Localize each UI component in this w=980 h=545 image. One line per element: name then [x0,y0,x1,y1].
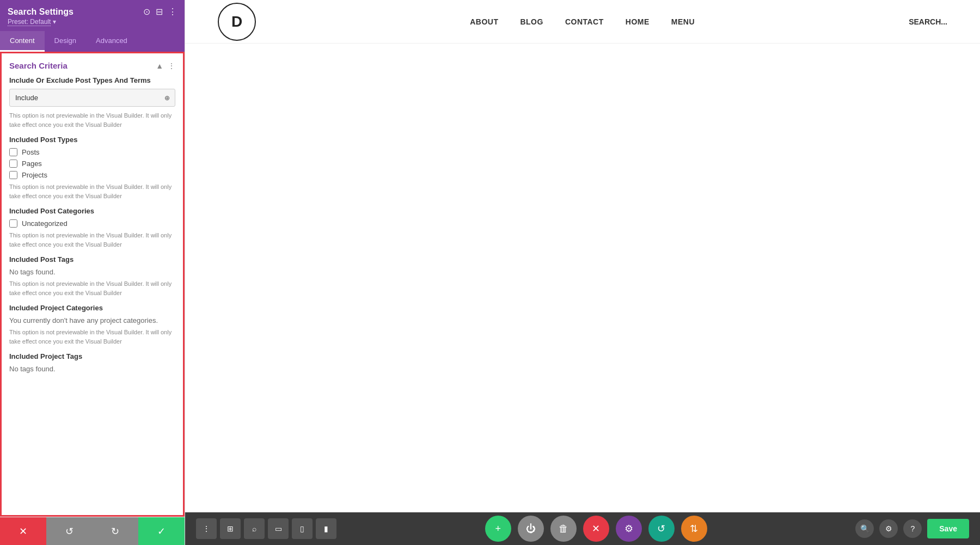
section-content: Include Or Exclude Post Types And Terms … [2,76,183,384]
toolbar-search-btn[interactable]: ⌕ [244,518,265,539]
panel-tabs: Content Design Advanced [0,31,185,52]
preview-content [185,44,980,512]
toolbar-tablet-btn[interactable]: ▯ [292,518,313,539]
save-button[interactable]: Save [927,519,969,538]
tab-advanced[interactable]: Advanced [86,31,137,52]
post-tags-label: Included Post Tags [9,255,175,264]
panel-title: Search Settings [8,7,74,17]
checkbox-projects-input[interactable] [9,171,17,179]
redo-button[interactable]: ↻ [93,517,139,545]
panel-bottom-bar: ✕ ↺ ↻ ✓ [0,517,185,545]
redo-icon: ↻ [111,525,119,537]
project-categories-empty: You currently don't have any project cat… [9,316,175,324]
toolbar-center: + ⏻ 🗑 ✕ ⚙ ↺ ⇅ [485,516,707,542]
more-icon[interactable]: ⋮ [168,7,177,17]
cancel-icon: ✕ [19,525,27,537]
close-button[interactable]: ✕ [583,516,609,542]
include-exclude-select[interactable]: Include Exclude [9,89,175,107]
history-button[interactable]: ↺ [648,516,675,542]
checkbox-pages-input[interactable] [9,160,17,168]
post-categories-label: Included Post Categories [9,207,175,215]
nav-logo: D [218,3,256,41]
gear-tool-btn[interactable]: ⚙ [879,519,898,538]
checkbox-uncategorized: Uncategorized [9,219,175,228]
preset-label[interactable]: Preset: Default ▾ [8,18,177,26]
checkbox-pages-label: Pages [22,160,42,168]
settings-button[interactable]: ⚙ [616,516,642,542]
post-tags-empty: No tags found. [9,268,175,276]
delete-button[interactable]: 🗑 [550,516,577,542]
undo-button[interactable]: ↺ [46,517,93,545]
preview-nav: D ABOUT BLOG CONTACT HOME MENU SEARCH... [185,0,980,44]
post-tags-hint: This option is not previewable in the Vi… [9,279,175,297]
search-tool-btn[interactable]: 🔍 [855,519,874,538]
toolbar-mobile-btn[interactable]: ▮ [316,518,336,539]
checkbox-posts: Posts [9,148,175,156]
post-types-hint: This option is not previewable in the Vi… [9,182,175,200]
nav-home[interactable]: HOME [626,17,650,26]
tab-content[interactable]: Content [0,31,45,52]
checkbox-posts-input[interactable] [9,148,17,156]
add-button[interactable]: + [485,516,511,542]
nav-menu[interactable]: MENU [671,17,695,26]
nav-links: ABOUT BLOG CONTACT HOME MENU [470,17,695,26]
checkbox-projects-label: Projects [22,171,47,179]
include-exclude-select-wrapper: Include Exclude ⊕ [9,89,175,107]
panel-header: Search Settings ⊙ ⊟ ⋮ Preset: Default ▾ [0,0,185,31]
power-button[interactable]: ⏻ [518,516,544,542]
include-exclude-label: Include Or Exclude Post Types And Terms [9,76,175,85]
project-categories-label: Included Project Categories [9,304,175,312]
section-header-icons: ▲ ⋮ [156,62,175,70]
confirm-icon: ✓ [157,525,166,537]
post-categories-hint: This option is not previewable in the Vi… [9,231,175,249]
header-icons: ⊙ ⊟ ⋮ [143,7,177,17]
tab-design[interactable]: Design [45,31,86,52]
post-types-label: Included Post Types [9,136,175,144]
settings-icon[interactable]: ⊙ [143,7,150,17]
project-categories-hint: This option is not previewable in the Vi… [9,328,175,346]
confirm-button[interactable]: ✓ [138,517,185,545]
help-tool-btn[interactable]: ? [903,519,922,538]
toolbar-desktop-btn[interactable]: ▭ [268,518,289,539]
section-header: Search Criteria ▲ ⋮ [2,53,183,76]
left-panel: Search Settings ⊙ ⊟ ⋮ Preset: Default ▾ … [0,0,185,545]
nav-blog[interactable]: BLOG [520,17,543,26]
checkbox-uncategorized-label: Uncategorized [22,219,68,228]
collapse-icon[interactable]: ▲ [156,62,163,70]
preview-area: D ABOUT BLOG CONTACT HOME MENU SEARCH...… [185,0,980,545]
layout-icon[interactable]: ⊟ [156,7,163,17]
nav-search[interactable]: SEARCH... [909,17,947,26]
toolbar-more-btn[interactable]: ⋮ [196,518,217,539]
project-tags-empty: No tags found. [9,365,175,373]
toolbar-grid-btn[interactable]: ⊞ [220,518,241,539]
nav-about[interactable]: ABOUT [470,17,498,26]
section-title: Search Criteria [9,61,68,70]
section-more-icon[interactable]: ⋮ [168,62,175,70]
bottom-toolbar: ⋮ ⊞ ⌕ ▭ ▯ ▮ + ⏻ 🗑 ✕ ⚙ ↺ ⇅ 🔍 ⚙ ? Save [185,512,980,545]
checkbox-pages: Pages [9,160,175,168]
checkbox-posts-label: Posts [22,148,40,156]
sort-button[interactable]: ⇅ [681,516,707,542]
undo-icon: ↺ [65,525,74,537]
checkbox-uncategorized-input[interactable] [9,219,17,228]
cancel-button[interactable]: ✕ [0,517,46,545]
project-tags-label: Included Project Tags [9,352,175,360]
toolbar-left: ⋮ ⊞ ⌕ ▭ ▯ ▮ [196,518,336,539]
nav-contact[interactable]: CONTACT [565,17,604,26]
toolbar-right: 🔍 ⚙ ? Save [855,519,969,538]
panel-content: Search Criteria ▲ ⋮ Include Or Exclude P… [0,52,185,517]
checkbox-projects: Projects [9,171,175,179]
include-exclude-hint: This option is not previewable in the Vi… [9,111,175,129]
